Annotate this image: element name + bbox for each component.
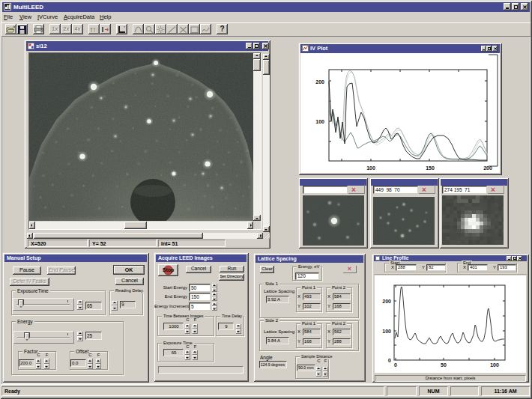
svg-text:100: 100 xyxy=(366,165,375,171)
svg-text:200: 200 xyxy=(315,79,324,85)
svg-text:0: 0 xyxy=(394,362,397,368)
svg-text:100: 100 xyxy=(490,362,499,368)
svg-text:100: 100 xyxy=(315,119,324,124)
svg-text:150: 150 xyxy=(426,165,435,171)
svg-text:200: 200 xyxy=(382,299,391,304)
svg-text:0: 0 xyxy=(388,358,391,363)
svg-text:Stop: Stop xyxy=(163,267,175,273)
svg-text:50: 50 xyxy=(441,362,447,368)
svg-text:100: 100 xyxy=(382,329,391,334)
